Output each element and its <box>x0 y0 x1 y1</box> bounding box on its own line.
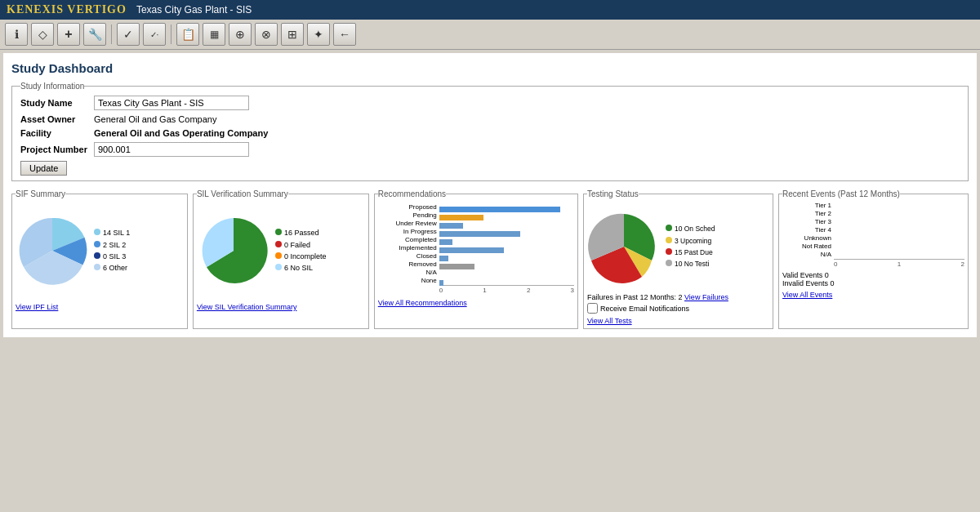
email-notifications-row: Receive Email Notifications <box>587 303 769 314</box>
print-button[interactable]: ⊞ <box>281 23 304 46</box>
bar-row-proposed: Proposed <box>378 203 574 211</box>
tools-button[interactable]: 🔧 <box>83 23 106 46</box>
separator-1 <box>111 24 112 44</box>
study-info-panel: Study Information Study Name Asset Owner… <box>11 82 969 181</box>
study-name-row: Study Name <box>20 96 960 110</box>
check-button[interactable]: ✓ <box>117 23 140 46</box>
valid-events-text: Valid Events 0 <box>782 271 964 279</box>
bar-row-removed: Removed <box>378 260 574 268</box>
main-content: Study Dashboard Study Information Study … <box>3 53 977 337</box>
view-sil-verification-link[interactable]: View SIL Verification Summary <box>197 303 365 311</box>
asset-owner-label: Asset Owner <box>20 114 94 124</box>
study-info-legend: Study Information <box>20 82 84 91</box>
study-name-label: Study Name <box>20 98 94 108</box>
shield-button[interactable]: ⊗ <box>255 23 278 46</box>
sif-legend: 14 SIL 1 2 SIL 2 0 SIL 3 6 Other <box>94 227 130 274</box>
home-button[interactable]: ◇ <box>31 23 54 46</box>
grid-button[interactable]: ▦ <box>203 23 225 46</box>
recent-stats: Valid Events 0 Invalid Events 0 <box>782 271 964 287</box>
recent-events-legend: Recent Events (Past 12 Months) <box>782 189 900 198</box>
testing-status-pie-chart <box>587 210 661 283</box>
events-bar-tier4: Tier 4 <box>782 226 964 234</box>
events-axis: 012 <box>834 259 964 268</box>
toolbar: ℹ ◇ + 🔧 ✓ ✓· 📋 ▦ ⊕ ⊗ ⊞ ✦ ← <box>0 20 980 50</box>
sil-verification-legend: SIL Verification Summary <box>197 189 288 198</box>
sil-verification-legend-items: 16 Passed 0 Failed 0 Incomplete 6 No SIL <box>275 227 327 274</box>
project-number-input[interactable] <box>94 142 249 157</box>
email-notifications-checkbox[interactable] <box>587 303 598 314</box>
wrench-button[interactable]: ✦ <box>307 23 330 46</box>
bar-row-pending: Pending <box>378 211 574 219</box>
view-all-events-link[interactable]: View All Events <box>782 291 964 299</box>
facility-label: Facility <box>20 128 94 138</box>
project-number-label: Project Number <box>20 145 94 154</box>
recent-events-panel: Recent Events (Past 12 Months) Tier 1 Ti… <box>778 189 969 329</box>
sil-verification-panel: SIL Verification Summary 16 Passed 0 Fai… <box>193 189 369 329</box>
failures-row: Failures in Past 12 Months: 2 View Failu… <box>587 293 769 301</box>
events-bar-tier2: Tier 2 <box>782 210 964 217</box>
email-notifications-label: Receive Email Notifications <box>600 305 689 313</box>
thermometer-button[interactable]: ⊕ <box>229 23 252 46</box>
bar-row-in-progress: In Progress <box>378 228 574 235</box>
info-button[interactable]: ℹ <box>5 23 28 46</box>
events-bar-tier3: Tier 3 <box>782 218 964 225</box>
failures-count: 2 <box>679 293 683 301</box>
bar-row-completed: Completed <box>378 236 574 243</box>
app-title: Texas City Gas Plant - SIS <box>136 4 252 16</box>
bar-row-na: N/A <box>378 269 574 276</box>
recommendations-chart: Proposed Pending Under Review In Progres… <box>378 202 574 296</box>
view-ipf-list-link[interactable]: View IPF List <box>16 303 184 311</box>
view-all-recommendations-link[interactable]: View All Recommendations <box>378 299 574 307</box>
view-all-tests-link[interactable]: View All Tests <box>587 317 769 325</box>
asset-owner-row: Asset Owner General Oil and Gas Company <box>20 114 960 124</box>
update-button[interactable]: Update <box>20 161 67 176</box>
app-header: KENEXIS VERTIGO Texas City Gas Plant - S… <box>0 0 980 20</box>
dashboard-panels: SIF Summary 14 SIL 1 2 SIL 2 0 SIL 3 <box>11 189 969 329</box>
bar-row-closed: Closed <box>378 252 574 260</box>
rec-axis: 0123 <box>439 285 574 294</box>
facility-row: Facility General Oil and Gas Operating C… <box>20 128 960 138</box>
document-button[interactable]: 📋 <box>176 23 199 46</box>
page-title: Study Dashboard <box>11 61 969 75</box>
invalid-events-text: Invalid Events 0 <box>782 279 964 287</box>
study-name-input[interactable] <box>94 96 249 110</box>
events-bar-tier1: Tier 1 <box>782 202 964 209</box>
events-bar-not-rated: Not Rated <box>782 243 964 250</box>
failures-text: Failures in Past 12 Months: <box>587 293 679 301</box>
facility-value: General Oil and Gas Operating Company <box>94 128 268 138</box>
bar-row-none: None <box>378 277 574 284</box>
testing-status-panel: Testing Status 10 On Sched 3 Upcoming 15… <box>583 189 773 329</box>
recommendations-legend: Recommendations <box>378 189 446 198</box>
bar-row-implemented: Implemented <box>378 244 574 252</box>
sif-summary-legend: SIF Summary <box>16 189 65 198</box>
events-bar-unknown: Unknown <box>782 234 964 242</box>
brand-logo: KENEXIS VERTIGO <box>7 3 127 16</box>
sif-summary-panel: SIF Summary 14 SIL 1 2 SIL 2 0 SIL 3 <box>11 189 188 329</box>
separator-2 <box>171 24 172 44</box>
events-bar-na: N/A <box>782 251 964 258</box>
bar-row-under-review: Under Review <box>378 220 574 227</box>
project-number-row: Project Number <box>20 142 960 157</box>
recent-events-chart: Tier 1 Tier 2 Tier 3 Tier 4 Unknown <box>782 202 964 268</box>
sil-verification-pie-chart <box>197 214 270 287</box>
testing-legend-items: 10 On Sched 3 Upcoming 15 Past Due 10 No… <box>666 223 715 270</box>
asset-owner-value: General Oil and Gas Company <box>94 114 216 124</box>
add-button[interactable]: + <box>57 23 80 46</box>
check2-button[interactable]: ✓· <box>143 23 166 46</box>
recommendations-panel: Recommendations Proposed Pending Under R… <box>374 189 578 329</box>
view-failures-link[interactable]: View Failures <box>684 293 728 301</box>
sif-pie-chart <box>16 214 89 287</box>
testing-status-legend: Testing Status <box>587 189 639 198</box>
back-button[interactable]: ← <box>333 23 356 46</box>
